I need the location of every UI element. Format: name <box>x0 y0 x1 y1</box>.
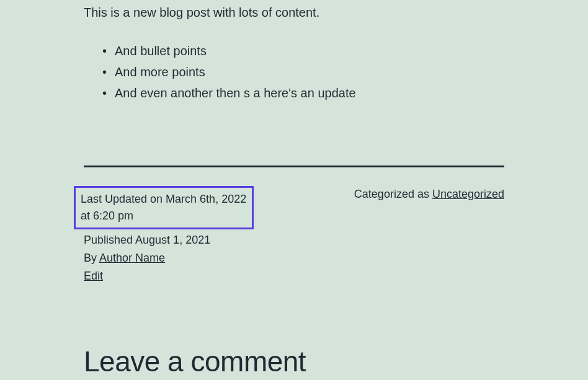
content-separator <box>84 166 504 167</box>
list-item: And more points <box>115 61 504 82</box>
post-intro: This is a new blog post with lots of con… <box>84 3 504 22</box>
author-line: By Author Name <box>84 250 329 267</box>
last-updated-text: Last Updated on March 6th, 2022 at 6:20 … <box>81 193 246 222</box>
bullet-list: And bullet points And more points And ev… <box>115 40 504 104</box>
published-line: Published August 1, 2021 <box>84 232 329 249</box>
category-link[interactable]: Uncategorized <box>432 188 504 200</box>
post-meta: Last Updated on March 6th, 2022 at 6:20 … <box>84 186 504 286</box>
author-link[interactable]: Author Name <box>99 252 165 264</box>
edit-link[interactable]: Edit <box>84 270 103 282</box>
list-item: And even another then s a here's an upda… <box>115 82 504 104</box>
categorized-prefix: Categorized as <box>354 188 432 200</box>
by-prefix: By <box>84 252 99 264</box>
published-prefix: Published <box>84 234 135 246</box>
published-date: August 1, 2021 <box>135 234 210 246</box>
last-updated-highlight: Last Updated on March 6th, 2022 at 6:20 … <box>74 186 254 229</box>
list-item: And bullet points <box>115 40 504 61</box>
leave-comment-heading: Leave a comment <box>84 345 504 378</box>
